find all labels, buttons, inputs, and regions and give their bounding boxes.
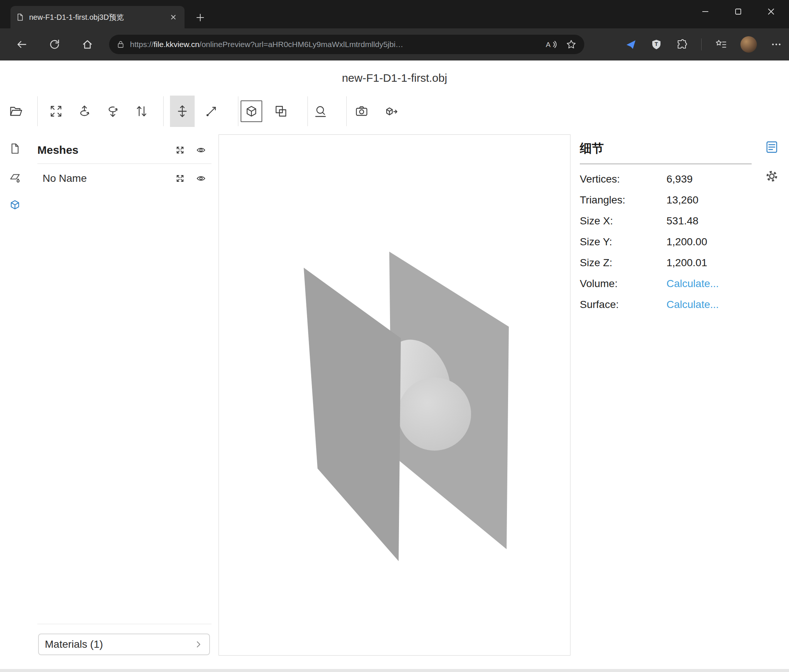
tab-close-icon[interactable] — [168, 11, 179, 23]
mesh-list-item[interactable]: No Name — [37, 169, 211, 188]
solid-cube-icon — [244, 104, 259, 119]
sidebar-item-details[interactable] — [763, 139, 780, 155]
detail-label: Triangles: — [580, 194, 666, 206]
browser-titlebar: new-F1-D1-1-first.obj3D预览 — [0, 0, 789, 29]
rotate-z-up-icon — [105, 104, 120, 119]
meshes-panel-title: Meshes — [37, 144, 169, 156]
toolbar-separator — [307, 96, 308, 126]
details-panel-title: 细节 — [580, 140, 752, 157]
open-model-button[interactable] — [5, 100, 27, 122]
open-file-icon — [9, 104, 24, 119]
two-boxes-icon — [273, 104, 288, 119]
solid-view-button[interactable] — [241, 100, 262, 122]
model-left-plane — [304, 268, 401, 561]
fit-view-icon — [49, 104, 64, 119]
set-z-up-button[interactable] — [102, 100, 124, 122]
extensions-button[interactable] — [676, 38, 688, 50]
measure-button[interactable] — [310, 100, 331, 122]
mesh-visibility-toggle[interactable] — [190, 173, 211, 184]
detail-value: 1,200.00 — [666, 236, 707, 248]
export-model-button[interactable] — [380, 100, 402, 122]
meshes-visibility-toggle[interactable] — [190, 145, 211, 155]
window-close-button[interactable] — [755, 0, 787, 23]
sidebar-item-settings[interactable] — [763, 168, 780, 185]
file-page-icon — [9, 142, 21, 155]
minimize-icon — [701, 8, 709, 16]
detail-row-surface: Surface: Calculate... — [580, 294, 752, 315]
expand-arrows-icon — [175, 173, 185, 184]
set-y-up-button[interactable] — [73, 100, 95, 122]
detail-row-triangles: Triangles: 13,260 — [580, 189, 752, 210]
navbar-divider — [701, 38, 701, 50]
mesh-item-name: No Name — [37, 172, 169, 185]
read-aloud-button[interactable]: A — [545, 38, 557, 50]
sidebar-item-file-info[interactable] — [8, 142, 22, 155]
gear-icon — [764, 169, 779, 184]
materials-icon — [9, 170, 21, 183]
detail-value: 13,260 — [666, 194, 699, 206]
plus-icon — [195, 12, 206, 23]
flip-up-vector-button[interactable] — [131, 100, 152, 122]
rotate-y-up-icon — [77, 104, 92, 119]
meshes-fit-all-button[interactable] — [169, 145, 190, 155]
wireframe-view-button[interactable] — [270, 100, 292, 122]
back-button[interactable] — [13, 36, 30, 53]
calculate-surface-link[interactable]: Calculate... — [666, 299, 719, 311]
viewer-toolbar — [0, 96, 789, 127]
star-icon — [565, 39, 577, 50]
mesh-fit-button[interactable] — [169, 173, 190, 184]
fit-to-window-button[interactable] — [45, 100, 67, 122]
meshes-panel: Meshes No Name — [37, 140, 211, 188]
detail-row-size-x: Size X: 531.48 — [580, 210, 752, 231]
toolbar-separator — [346, 96, 347, 126]
calculate-volume-link[interactable]: Calculate... — [666, 278, 719, 290]
refresh-button[interactable] — [46, 36, 63, 53]
materials-button-label: Materials (1) — [45, 639, 193, 650]
snapshot-button[interactable] — [351, 100, 372, 122]
materials-divider — [37, 624, 211, 624]
address-bar[interactable]: https://file.kkview.cn/onlinePreview?url… — [109, 35, 584, 54]
measure-line-button[interactable] — [201, 100, 222, 122]
detail-label: Vertices: — [580, 173, 666, 185]
page-bottom-edge — [0, 669, 789, 672]
measure-icon — [313, 104, 328, 119]
detail-label: Size Z: — [580, 257, 666, 269]
viewport-3d-canvas[interactable] — [219, 134, 570, 656]
shield-extension-icon: T — [650, 38, 662, 50]
home-button[interactable] — [79, 36, 96, 53]
new-tab-button[interactable] — [193, 11, 207, 24]
tab-title: new-F1-D1-1-first.obj3D预览 — [29, 12, 162, 22]
window-minimize-button[interactable] — [689, 0, 722, 23]
details-panel-divider — [580, 164, 752, 164]
toolbar-separator — [238, 96, 238, 126]
extension-button-2[interactable]: T — [650, 38, 662, 50]
blue-plane-extension-icon — [625, 38, 637, 50]
close-icon — [767, 8, 775, 16]
extension-button-1[interactable] — [625, 38, 637, 50]
puzzle-icon — [676, 38, 688, 50]
detail-row-vertices: Vertices: 6,939 — [580, 169, 752, 189]
favorites-hub-button[interactable] — [715, 38, 727, 50]
url-scheme: https:// — [130, 40, 153, 49]
move-arrows-icon — [175, 104, 190, 119]
favorite-button[interactable] — [565, 39, 577, 50]
toolbar-separator — [37, 96, 38, 126]
flip-arrows-icon — [134, 104, 149, 119]
back-arrow-icon — [16, 38, 28, 50]
browser-tab[interactable]: new-F1-D1-1-first.obj3D预览 — [10, 6, 185, 29]
page-title: new-F1-D1-1-first.obj — [0, 72, 789, 84]
sidebar-item-materials[interactable] — [8, 170, 22, 184]
meshes-panel-header: Meshes — [37, 140, 211, 160]
move-tool-button[interactable] — [170, 96, 195, 127]
window-maximize-button[interactable] — [722, 0, 755, 23]
model-render — [219, 135, 570, 655]
window-controls — [689, 0, 787, 23]
favorites-list-icon — [715, 38, 727, 50]
url-text: https://file.kkview.cn/onlinePreview?url… — [130, 40, 540, 49]
materials-button[interactable]: Materials (1) — [38, 634, 210, 655]
expand-arrows-icon — [175, 145, 185, 155]
sidebar-item-meshes[interactable] — [8, 199, 22, 212]
url-host: file.kkview.cn — [153, 40, 200, 49]
browser-menu-button[interactable] — [770, 38, 782, 50]
profile-avatar[interactable] — [740, 36, 757, 53]
